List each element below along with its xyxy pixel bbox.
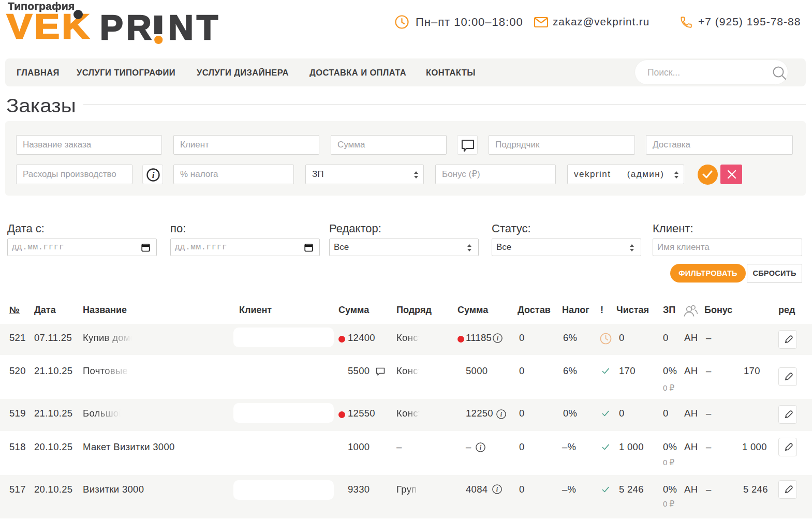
svg-text:i: i bbox=[152, 170, 155, 180]
svg-text:i: i bbox=[496, 486, 498, 493]
svg-text:i: i bbox=[500, 411, 503, 418]
svg-text:i: i bbox=[497, 335, 499, 342]
svg-text:i: i bbox=[480, 444, 482, 451]
